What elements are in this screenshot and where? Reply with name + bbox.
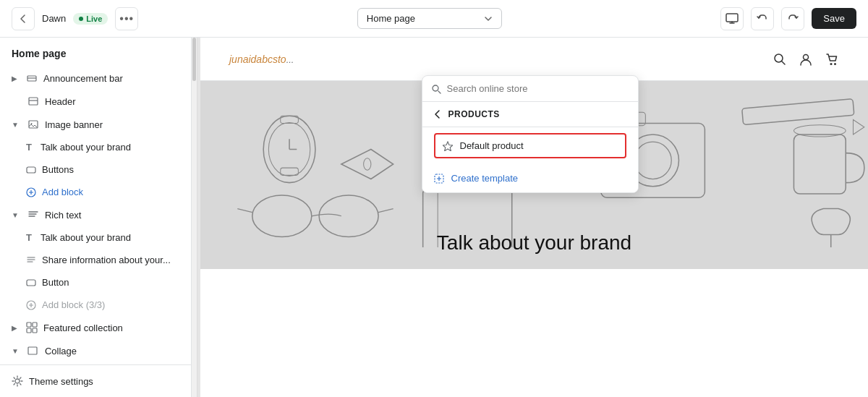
desktop-view-button[interactable] bbox=[720, 7, 744, 30]
topbar-right: Save bbox=[720, 7, 856, 30]
theme-settings[interactable]: Theme settings bbox=[0, 364, 191, 397]
sidebar-item-button[interactable]: Button bbox=[0, 271, 191, 294]
image-banner-collapse-icon: ▼ bbox=[12, 121, 19, 129]
dropdown-search-row bbox=[422, 76, 638, 102]
svg-rect-10 bbox=[33, 323, 37, 327]
undo-icon bbox=[757, 13, 768, 25]
add-block-2-icon bbox=[26, 300, 36, 310]
sidebar-item-featured-collection[interactable]: ▶ Featured collection bbox=[0, 316, 191, 339]
dropdown-back-row[interactable]: PRODUCTS bbox=[422, 102, 638, 127]
sidebar-item-add-block-2: Add block (3/3) bbox=[0, 294, 191, 316]
chevron-down-icon bbox=[484, 14, 493, 23]
talk-brand-1-label: Talk about your brand bbox=[41, 142, 131, 153]
live-badge: Live bbox=[73, 13, 108, 25]
dropdown-back-label: PRODUCTS bbox=[448, 109, 500, 119]
featured-collection-icon bbox=[26, 322, 38, 333]
svg-rect-2 bbox=[29, 98, 38, 105]
sidebar-title: Home page bbox=[0, 38, 191, 67]
featured-collection-label: Featured collection bbox=[43, 323, 123, 333]
default-product-label: Default product bbox=[460, 140, 524, 151]
featured-collection-collapse-icon: ▶ bbox=[12, 324, 17, 332]
rich-text-label: Rich text bbox=[45, 210, 82, 221]
svg-point-48 bbox=[433, 85, 438, 91]
back-button[interactable] bbox=[12, 7, 35, 30]
dropdown-highlighted-wrapper: Default product bbox=[422, 127, 638, 164]
page-dropdown: PRODUCTS Default product bbox=[422, 75, 639, 193]
save-button[interactable]: Save bbox=[812, 8, 856, 29]
collage-label: Collage bbox=[45, 346, 77, 357]
theme-settings-label: Theme settings bbox=[29, 376, 93, 387]
sidebar-item-image-banner[interactable]: ▼ Image banner bbox=[0, 113, 191, 136]
undo-button[interactable] bbox=[751, 7, 774, 30]
more-button[interactable]: ••• bbox=[115, 7, 138, 30]
header-label: Header bbox=[45, 96, 76, 107]
topbar: Dawn Live ••• Home page Save bbox=[0, 0, 868, 38]
header-icon bbox=[27, 95, 39, 107]
sidebar-item-add-block-1[interactable]: Add block bbox=[0, 181, 191, 203]
svg-rect-11 bbox=[27, 328, 31, 333]
svg-rect-7 bbox=[27, 280, 35, 286]
sidebar-item-announcement-bar[interactable]: ▶ Announcement bar bbox=[0, 67, 191, 90]
add-block-2-label: Add block (3/3) bbox=[42, 299, 105, 310]
theme-settings-icon bbox=[12, 375, 23, 387]
sidebar: Home page ▶ Announcement bar Header ▼ Im… bbox=[0, 38, 192, 397]
theme-name: Dawn bbox=[42, 13, 66, 24]
svg-rect-13 bbox=[28, 347, 37, 354]
topbar-center: Home page bbox=[138, 8, 720, 29]
svg-rect-0 bbox=[726, 14, 738, 22]
rich-text-collapse-icon: ▼ bbox=[12, 211, 19, 219]
star-icon bbox=[443, 141, 453, 151]
svg-rect-5 bbox=[27, 167, 35, 173]
collage-collapse-icon: ▼ bbox=[12, 347, 19, 355]
canvas: junaidabcsto... bbox=[192, 38, 868, 397]
main-area: Home page ▶ Announcement bar Header ▼ Im… bbox=[0, 38, 868, 397]
page-selector[interactable]: Home page bbox=[357, 8, 502, 29]
dropdown-default-product[interactable]: Default product bbox=[434, 133, 626, 158]
svg-rect-9 bbox=[27, 323, 31, 327]
image-banner-label: Image banner bbox=[45, 119, 103, 130]
create-template-label: Create template bbox=[451, 173, 519, 184]
sidebar-item-collage[interactable]: ▼ Collage bbox=[0, 339, 191, 362]
button-label: Button bbox=[42, 277, 69, 288]
talk-brand-2-label: Talk about your brand bbox=[41, 232, 131, 243]
topbar-left: Dawn Live ••• bbox=[12, 7, 138, 30]
add-block-1-icon bbox=[26, 187, 36, 197]
collage-icon bbox=[27, 345, 39, 357]
page-selector-label: Home page bbox=[367, 13, 415, 24]
redo-button[interactable] bbox=[781, 7, 804, 30]
collapse-arrow-icon: ▶ bbox=[12, 74, 17, 82]
text-icon-2: T bbox=[26, 232, 32, 243]
announcement-bar-icon bbox=[26, 72, 38, 84]
svg-point-14 bbox=[15, 379, 20, 383]
search-input[interactable] bbox=[447, 83, 629, 94]
buttons-label: Buttons bbox=[42, 164, 74, 175]
dropdown-overlay: PRODUCTS Default product bbox=[192, 38, 868, 397]
sidebar-item-share-info[interactable]: Share information about your... bbox=[0, 249, 191, 271]
share-info-icon bbox=[26, 255, 36, 265]
live-dot bbox=[79, 17, 83, 21]
sidebar-item-buttons[interactable]: Buttons bbox=[0, 158, 191, 181]
desktop-icon bbox=[726, 13, 739, 25]
sidebar-item-rich-text[interactable]: ▼ Rich text bbox=[0, 203, 191, 226]
redo-icon bbox=[787, 13, 799, 25]
sidebar-item-header[interactable]: Header bbox=[0, 90, 191, 113]
text-icon-1: T bbox=[26, 142, 32, 153]
svg-marker-49 bbox=[443, 142, 452, 151]
share-info-label: Share information about your... bbox=[42, 255, 171, 265]
back-arrow-icon bbox=[433, 109, 443, 119]
sidebar-item-talk-brand-2[interactable]: T Talk about your brand bbox=[0, 226, 191, 249]
dropdown-search-icon bbox=[431, 84, 441, 94]
buttons-icon bbox=[26, 165, 36, 175]
add-block-1-label: Add block bbox=[42, 187, 83, 197]
sidebar-item-talk-brand-1[interactable]: T Talk about your brand bbox=[0, 136, 191, 158]
svg-rect-12 bbox=[33, 328, 37, 333]
dropdown-create-template[interactable]: Create template bbox=[422, 164, 638, 192]
announcement-bar-label: Announcement bar bbox=[43, 73, 123, 84]
rich-text-icon bbox=[27, 209, 39, 221]
image-banner-icon bbox=[27, 119, 39, 130]
button-icon bbox=[26, 278, 36, 288]
create-template-icon bbox=[434, 174, 444, 184]
